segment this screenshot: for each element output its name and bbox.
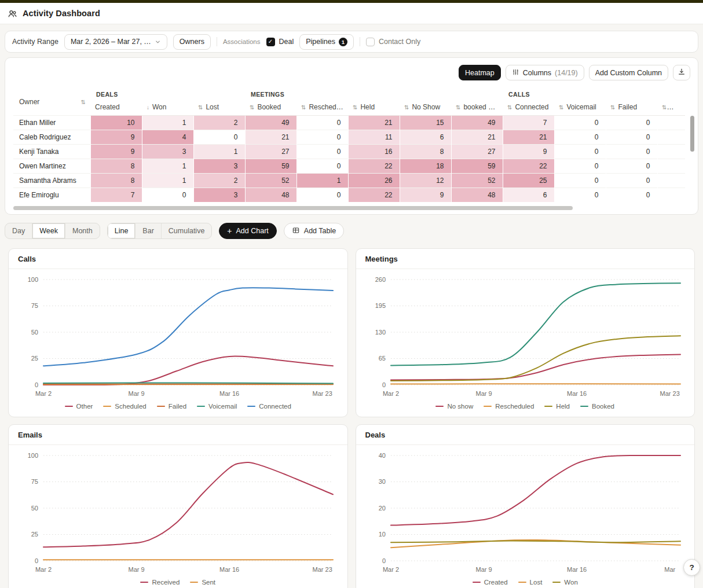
legend-item-no-show[interactable]: No show — [435, 403, 473, 410]
metric-cell: 0 — [554, 173, 606, 188]
column-header-other[interactable]: ⇅Other — [657, 100, 685, 115]
svg-text:0: 0 — [35, 381, 38, 388]
legend-item-lost[interactable]: Lost — [518, 579, 543, 586]
table-row[interactable]: Kenji Tanaka93127016827900 — [13, 144, 685, 159]
legend-item-held[interactable]: Held — [544, 403, 570, 410]
column-header-booked[interactable]: ⇅Booked — [245, 100, 296, 115]
heatmap-button[interactable]: Heatmap — [459, 65, 501, 80]
add-chart-button[interactable]: + Add Chart — [219, 223, 276, 239]
download-icon — [678, 68, 686, 78]
metric-cell: 8 — [90, 159, 142, 173]
metric-cell: 4 — [142, 130, 193, 144]
metric-cell: 26 — [348, 173, 400, 188]
group-header-calls: CALLS — [503, 89, 685, 100]
checkbox-icon: ✓ — [266, 38, 275, 46]
owner-cell[interactable]: Owen Martinez — [13, 159, 90, 173]
chart-type-line[interactable]: Line — [108, 223, 136, 238]
svg-text:Mar 2: Mar 2 — [35, 566, 52, 573]
sort-both-icon: ⇅ — [353, 104, 357, 111]
owner-cell[interactable]: Ethan Miller — [13, 115, 90, 130]
table-row[interactable]: Ethan Miller1012490211549700 — [13, 115, 685, 130]
table-row[interactable]: Owen Martinez8135902218592200 — [13, 159, 685, 173]
owners-button[interactable]: Owners — [173, 34, 211, 50]
chart-type-cumulative[interactable]: Cumulative — [162, 223, 212, 238]
column-header-connected[interactable]: ⇅Connected — [503, 100, 554, 115]
granularity-month[interactable]: Month — [65, 223, 100, 238]
legend-item-received[interactable]: Received — [140, 579, 180, 586]
legend-item-created[interactable]: Created — [473, 579, 508, 586]
legend-item-voicemail[interactable]: Voicemail — [197, 403, 237, 410]
column-header-held[interactable]: ⇅Held — [348, 100, 400, 115]
metric-cell: 0 — [606, 144, 657, 159]
legend-item-rescheduled[interactable]: Rescheduled — [484, 403, 534, 410]
granularity-day[interactable]: Day — [5, 223, 32, 238]
table-row[interactable]: Samantha Abrams8125212612522500 — [13, 173, 685, 188]
svg-text:Mar 23: Mar 23 — [313, 390, 332, 397]
help-button[interactable]: ? — [683, 559, 700, 576]
metric-cell: 0 — [606, 115, 657, 130]
chart-legend: OtherScheduledFailedVoicemailConnected — [9, 400, 347, 410]
column-header-rescheduled[interactable]: ⇅Rescheduled — [296, 100, 348, 115]
divider — [360, 37, 360, 46]
column-header-booked-meeti[interactable]: ⇅booked meeti… — [451, 100, 503, 115]
svg-text:195: 195 — [375, 302, 385, 309]
pipelines-button[interactable]: Pipelines 1 — [299, 34, 354, 50]
metric-cell — [657, 115, 685, 130]
legend-dash-icon — [65, 406, 73, 407]
legend-item-won[interactable]: Won — [552, 579, 577, 586]
metric-cell: 9 — [90, 144, 142, 159]
svg-text:Mar: Mar — [664, 566, 675, 573]
owner-cell[interactable]: Samantha Abrams — [13, 173, 90, 188]
download-button[interactable] — [673, 65, 690, 80]
chart-plot: 0255075100Mar 2Mar 9Mar 16Mar 23 — [9, 445, 347, 576]
table-row[interactable]: Efe Emiroglu70348022948600 — [13, 188, 685, 202]
table-toolbar: Heatmap Columns (14/19) Add Custom Colum… — [5, 58, 698, 80]
columns-button[interactable]: Columns (14/19) — [506, 65, 584, 80]
columns-label: Columns — [523, 69, 551, 77]
chart-legend: ReceivedSent — [9, 576, 347, 586]
metric-cell: 22 — [348, 159, 400, 173]
add-table-button[interactable]: Add Table — [284, 223, 344, 239]
chart-card-meetings: Meetings 065130195260Mar 2Mar 9Mar 16Mar… — [356, 248, 695, 417]
group-header-deals: DEALS — [90, 89, 245, 100]
granularity-week[interactable]: Week — [32, 223, 65, 238]
owner-cell[interactable]: Kenji Tanaka — [13, 144, 90, 159]
add-custom-column-button[interactable]: Add Custom Column — [589, 65, 668, 80]
column-header-voicemail[interactable]: ⇅Voicemail — [554, 100, 606, 115]
svg-text:75: 75 — [31, 302, 38, 309]
vertical-scrollbar[interactable] — [690, 116, 694, 152]
contact-only-checkbox[interactable]: Contact Only — [366, 38, 420, 46]
svg-text:Mar 23: Mar 23 — [313, 566, 332, 573]
svg-text:Mar 16: Mar 16 — [219, 390, 239, 397]
legend-item-sent[interactable]: Sent — [190, 579, 215, 586]
table-row[interactable]: Caleb Rodriguez940210116212100 — [13, 130, 685, 144]
chart-legend: No showRescheduledHeldBooked — [356, 400, 695, 410]
date-range-select[interactable]: Mar 2, 2026 – Mar 27, … — [64, 34, 167, 50]
chart-title: Calls — [9, 249, 347, 269]
column-header-won[interactable]: ↓Won — [142, 100, 193, 115]
legend-item-scheduled[interactable]: Scheduled — [103, 403, 146, 410]
svg-text:Mar 9: Mar 9 — [129, 390, 145, 397]
owner-cell[interactable]: Efe Emiroglu — [13, 188, 90, 202]
metric-cell: 48 — [245, 188, 296, 202]
column-header-owner[interactable]: Owner⇅ — [13, 89, 90, 115]
sort-both-icon: ⇅ — [198, 104, 203, 111]
metric-cell: 49 — [245, 115, 296, 130]
column-header-no-show[interactable]: ⇅No Show — [400, 100, 451, 115]
horizontal-scrollbar[interactable] — [13, 206, 573, 210]
charts-grid: Calls 0255075100Mar 2Mar 9Mar 16Mar 23 O… — [8, 248, 695, 588]
legend-item-other[interactable]: Other — [65, 403, 93, 410]
legend-item-connected[interactable]: Connected — [247, 403, 291, 410]
chart-type-bar[interactable]: Bar — [136, 223, 161, 238]
column-header-lost[interactable]: ⇅Lost — [193, 100, 245, 115]
column-header-failed[interactable]: ⇅Failed — [606, 100, 657, 115]
metric-cell: 25 — [503, 173, 554, 188]
owner-cell[interactable]: Caleb Rodriguez — [13, 130, 90, 144]
deal-checkbox[interactable]: ✓ Deal — [266, 38, 294, 46]
svg-text:0: 0 — [35, 557, 38, 564]
metric-cell: 21 — [245, 130, 296, 144]
column-header-created[interactable]: Created — [90, 100, 142, 115]
legend-item-failed[interactable]: Failed — [157, 403, 186, 410]
svg-text:20: 20 — [378, 505, 385, 512]
legend-item-booked[interactable]: Booked — [580, 403, 614, 410]
